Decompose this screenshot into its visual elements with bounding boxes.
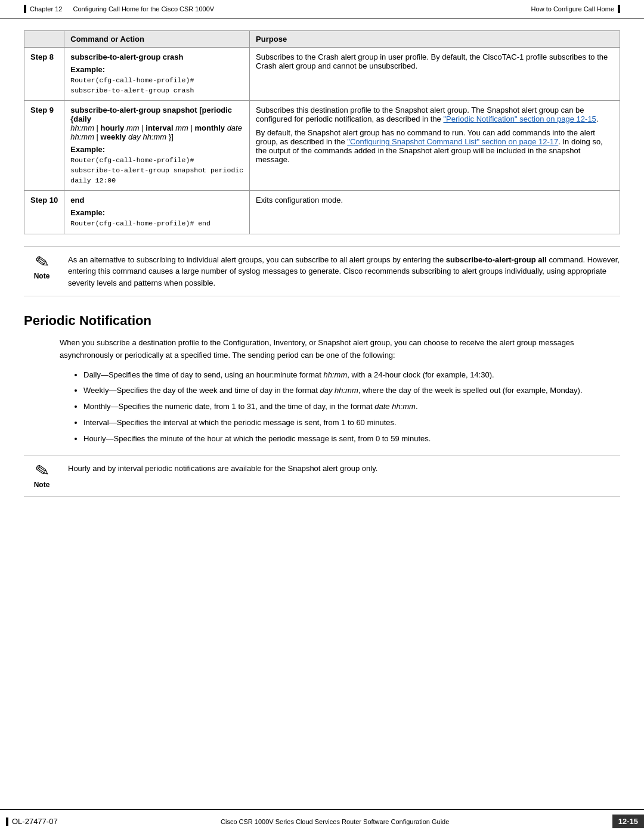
step-9-link1[interactable]: "Periodic Notification" section on page …: [443, 114, 596, 123]
step-9-purpose-p1: Subscribes this destination profile to t…: [256, 106, 614, 123]
note-1-box: ✎ Note As an alternative to subscribing …: [24, 246, 620, 297]
step-9-cmd-end: }]: [169, 132, 174, 141]
step-8-purpose-text: Subscribes to the Crash alert group in u…: [256, 52, 608, 70]
step-10-purpose: Exits configuration mode.: [250, 191, 620, 234]
step-9-cmd-mid1: | hourly: [97, 123, 126, 132]
list-item: Monthly—Specifies the numeric date, from…: [83, 401, 620, 413]
page-header: Chapter 12 Configuring Call Home for the…: [0, 0, 644, 18]
header-bar-left: [24, 5, 26, 13]
section-intro: When you subscribe a destination profile…: [24, 337, 620, 362]
step-9-command: subscribe-to-alert-group snapshot [perio…: [64, 101, 250, 191]
step-10-purpose-text: Exits configuration mode.: [256, 196, 343, 205]
note-1-icon-area: ✎ Note: [24, 254, 60, 280]
step-8-cmd-text: subscribe-to-alert-group crash: [70, 52, 183, 61]
section-heading: Periodic Notification: [24, 313, 620, 329]
footer-left: OL-27477-07: [0, 817, 58, 826]
step-10-code: Router(cfg-call-home-profile)# end: [70, 219, 210, 227]
note-2-label: Note: [34, 481, 50, 489]
step-8-code: Router(cfg-call-home-profile)# subscribe…: [70, 76, 194, 94]
note-1-pencil-icon: ✎: [33, 253, 50, 272]
col-step-header: [24, 31, 64, 48]
step-9-code: Router(cfg-call-home-profile)# subscribe…: [70, 156, 243, 184]
note-2-box: ✎ Note Hourly and by interval periodic n…: [24, 455, 620, 497]
step-10-command: end Example: Router(cfg-call-home-profil…: [64, 191, 250, 234]
step-9-cmd-mid4: | weekly: [97, 132, 128, 141]
step-9-cmd-mid2: | interval: [141, 123, 175, 132]
table-row: Step 8 subscribe-to-alert-group crash Ex…: [24, 48, 620, 101]
page-footer: OL-27477-07 Cisco CSR 1000V Series Cloud…: [0, 809, 644, 833]
note-2-text: Hourly and by interval periodic notifica…: [68, 463, 620, 475]
footer-bar-left: [6, 817, 8, 826]
table-row: Step 9 subscribe-to-alert-group snapshot…: [24, 101, 620, 191]
note-1-bold: subscribe-to-alert-group all: [446, 255, 547, 264]
step-9-purpose-p2: By default, the Snapshot alert group has…: [256, 128, 614, 164]
note-2-pencil-icon: ✎: [33, 462, 50, 481]
step-9-cmd-italic5: hh:mm: [70, 132, 94, 141]
list-item: Interval—Specifies the interval at which…: [83, 417, 620, 429]
table-row: Step 10 end Example: Router(cfg-call-hom…: [24, 191, 620, 234]
header-section-title: How to Configure Call Home: [531, 5, 614, 13]
header-chapter: Chapter 12: [30, 5, 62, 13]
step-9-cmd-italic1: hh:mm: [70, 123, 94, 132]
col-command-header: Command or Action: [64, 31, 250, 48]
step-9-cmd-italic2: mm: [126, 123, 140, 132]
footer-center: Cisco CSR 1000V Series Cloud Services Ro…: [58, 818, 612, 825]
step-10-label: Step 10: [24, 191, 64, 234]
step-8-example-label: Example:: [70, 65, 243, 74]
footer-right: 12-15: [612, 815, 644, 828]
list-item: Daily—Specifies the time of day to send,…: [83, 369, 620, 382]
bullet-italic-1: hh:mm: [323, 370, 347, 379]
step-9-purpose: Subscribes this destination profile to t…: [250, 101, 620, 191]
note-1-label: Note: [34, 272, 50, 280]
step-8-label: Step 8: [24, 48, 64, 101]
main-content: Command or Action Purpose Step 8 subscri…: [0, 18, 644, 523]
step-9-cmd-mid3: | monthly: [190, 123, 227, 132]
step-9-cmd-italic6: day hh:mm: [128, 132, 166, 141]
header-bar-right: [618, 5, 620, 13]
col-purpose-header: Purpose: [250, 31, 620, 48]
bullet-list: Daily—Specifies the time of day to send,…: [24, 369, 620, 445]
step-9-link2[interactable]: "Configuring Snapshot Command List" sect…: [347, 137, 558, 146]
bullet-italic-3: date hh:mm: [374, 402, 416, 411]
step-9-cmd-bold: subscribe-to-alert-group snapshot [perio…: [70, 106, 232, 123]
step-9-cmd-italic3: mm: [175, 123, 188, 132]
step-9-label: Step 9: [24, 101, 64, 191]
header-chapter-title: Configuring Call Home for the Cisco CSR …: [73, 5, 215, 13]
note-2-icon-area: ✎ Note: [24, 463, 60, 489]
step-10-cmd-text: end: [70, 196, 84, 205]
bullet-italic-2: day hh:mm: [320, 386, 358, 395]
note-1-text: As an alternative to subscribing to indi…: [68, 254, 620, 289]
footer-doc-id: OL-27477-07: [12, 817, 58, 826]
step-9-cmd-italic4: date: [227, 123, 242, 132]
list-item: Weekly—Specifies the day of the week and…: [83, 385, 620, 397]
page-number: 12-15: [612, 815, 644, 828]
procedure-table: Command or Action Purpose Step 8 subscri…: [24, 30, 620, 234]
step-10-example-label: Example:: [70, 208, 243, 217]
step-8-command: subscribe-to-alert-group crash Example: …: [64, 48, 250, 101]
header-left: Chapter 12 Configuring Call Home for the…: [24, 5, 214, 13]
step-8-purpose: Subscribes to the Crash alert group in u…: [250, 48, 620, 101]
header-right: How to Configure Call Home: [531, 5, 620, 13]
list-item: Hourly—Specifies the minute of the hour …: [83, 433, 620, 445]
step-9-example-label: Example:: [70, 145, 243, 154]
